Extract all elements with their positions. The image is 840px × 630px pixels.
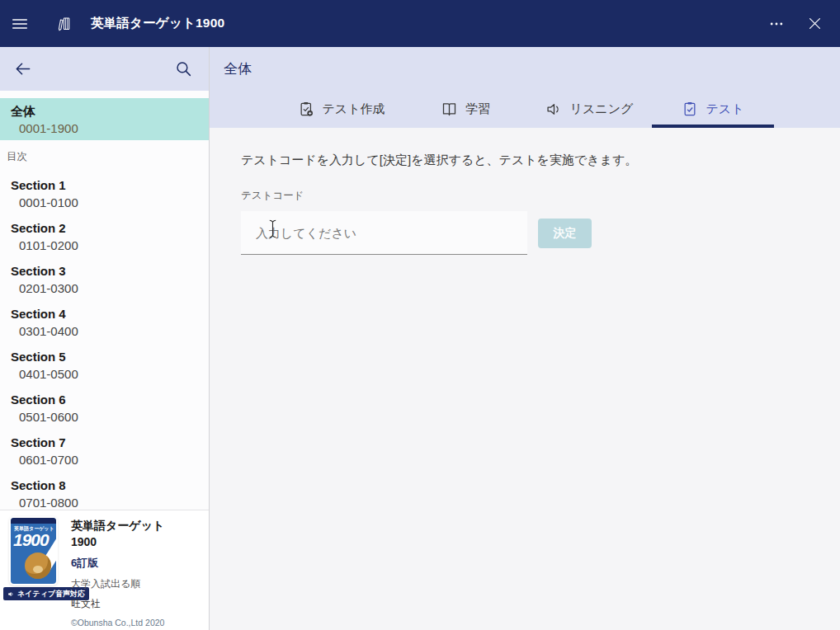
test-code-input[interactable] <box>241 211 527 255</box>
title-bar: 英単語ターゲット1900 <box>0 0 840 47</box>
hamburger-icon <box>11 15 29 33</box>
tab-study[interactable]: 学習 <box>403 90 527 128</box>
section-range: 0001-0100 <box>19 194 209 211</box>
section-title: Section 4 <box>11 305 209 322</box>
book-tagline: 大学入試出る順 <box>71 577 203 591</box>
back-icon <box>13 59 32 78</box>
section-range: 0301-0400 <box>19 322 209 340</box>
section-range: 0701-0800 <box>19 494 209 510</box>
section-range: 0501-0600 <box>19 408 209 425</box>
instruction-text: テストコードを入力して[決定]を選択すると、テストを実施できます。 <box>241 153 637 168</box>
book-cover-number: 1900 <box>13 530 49 550</box>
book-edition: 6訂版 <box>71 556 203 571</box>
sidebar-item-section-4[interactable]: Section 4 0301-0400 <box>0 299 209 342</box>
book-title-line1: 英単語ターゲット <box>71 517 203 534</box>
sidebar-item-range: 0001-1900 <box>19 120 209 137</box>
tab-listening[interactable]: リスニング <box>527 90 651 128</box>
book-copyright: ©Obunsha Co.,Ltd 2020 <box>71 618 203 628</box>
window-title: 英単語ターゲット1900 <box>91 15 224 32</box>
search-icon <box>175 60 192 78</box>
book-publisher: 旺文社 <box>71 597 203 611</box>
hamburger-menu-button[interactable] <box>0 0 40 47</box>
sidebar-item-section-6[interactable]: Section 6 0501-0600 <box>0 385 209 428</box>
sidebar-item-all[interactable]: 全体 0001-1900 <box>0 98 209 140</box>
more-options-button[interactable] <box>757 0 795 47</box>
dog-photo <box>25 552 51 579</box>
sidebar: 全体 0001-1900 目次 Section 1 0001-0100 Sect… <box>0 47 209 630</box>
close-window-button[interactable] <box>795 0 833 47</box>
app-window: 英単語ターゲット1900 <box>0 0 840 630</box>
section-title: Section 6 <box>11 391 209 408</box>
sidebar-toolbar <box>0 47 209 91</box>
toc-label: 目次 <box>7 150 27 164</box>
book-meta: 英単語ターゲット 1900 6訂版 大学入試出る順 旺文社 ©Obunsha C… <box>71 517 203 628</box>
section-range: 0601-0700 <box>19 451 209 468</box>
section-range: 0101-0200 <box>19 237 209 254</box>
test-tab-content: テストコードを入力して[決定]を選択すると、テストを実施できます。 テストコード… <box>210 128 840 630</box>
sidebar-item-section-1[interactable]: Section 1 0001-0100 <box>0 171 209 214</box>
section-list: Section 1 0001-0100 Section 2 0101-0200 … <box>0 171 209 510</box>
clipboard-check-icon <box>682 101 698 117</box>
section-title: Section 8 <box>11 477 209 494</box>
sidebar-item-section-5[interactable]: Section 5 0401-0500 <box>0 342 209 385</box>
search-button[interactable] <box>169 55 197 83</box>
tab-bar: テスト作成 学習 <box>280 90 775 128</box>
sidebar-item-section-3[interactable]: Section 3 0201-0300 <box>0 256 209 299</box>
tab-label: リスニング <box>570 101 634 117</box>
section-range: 0401-0500 <box>19 365 209 383</box>
test-code-label: テストコード <box>241 189 304 203</box>
book-info-panel: 英単語ターゲット 1900 ネイティブ音声対応 英単語ターゲット 1900 6訂… <box>0 510 209 630</box>
book-cover-image: 英単語ターゲット 1900 <box>11 518 56 584</box>
app-icon <box>46 0 79 47</box>
main-panel: 全体 テスト作成 <box>210 47 840 630</box>
sidebar-item-section-8[interactable]: Section 8 0701-0800 <box>0 471 209 510</box>
audio-badge-icon <box>7 590 15 598</box>
tab-test[interactable]: テスト <box>651 90 775 128</box>
tab-label: テスト <box>706 101 743 117</box>
more-icon <box>768 16 785 32</box>
submit-button[interactable]: 決定 <box>538 219 592 248</box>
section-title: Section 5 <box>11 348 209 365</box>
sidebar-item-title: 全体 <box>11 102 209 120</box>
book-title-line2: 1900 <box>71 534 203 550</box>
section-range: 0201-0300 <box>19 280 209 297</box>
sidebar-item-section-7[interactable]: Section 7 0601-0700 <box>0 428 209 471</box>
page-title: 全体 <box>224 59 252 78</box>
section-title: Section 7 <box>11 434 209 451</box>
tab-label: テスト作成 <box>322 101 385 117</box>
tab-create-test[interactable]: テスト作成 <box>280 90 403 128</box>
section-title: Section 2 <box>11 219 209 237</box>
section-title: Section 3 <box>11 262 209 280</box>
back-button[interactable] <box>8 55 36 83</box>
open-book-icon <box>441 101 458 118</box>
section-title: Section 1 <box>11 176 209 194</box>
main-header: 全体 テスト作成 <box>210 47 840 128</box>
sidebar-item-section-2[interactable]: Section 2 0101-0200 <box>0 214 209 256</box>
speaker-icon <box>545 101 563 118</box>
close-icon <box>807 16 823 31</box>
tab-label: 学習 <box>465 101 490 117</box>
clipboard-plus-icon <box>298 101 314 117</box>
